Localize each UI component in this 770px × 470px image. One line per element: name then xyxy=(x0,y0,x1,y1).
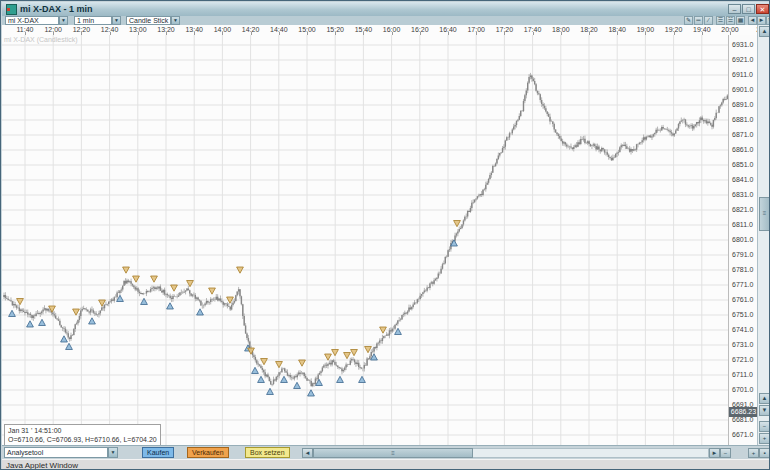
zoom-out-icon[interactable]: − xyxy=(759,421,770,432)
scroll-left-icon[interactable]: ◄ xyxy=(302,448,313,458)
prev-icon[interactable]: ◄ xyxy=(748,16,757,25)
trendline-icon[interactable]: ═ xyxy=(694,16,703,25)
sell-signal-icon[interactable] xyxy=(454,221,461,227)
time-axis-label: 2 xyxy=(742,26,757,33)
chart-type-combobox-value[interactable]: Candle Stick (Kerzen xyxy=(126,16,171,25)
vertical-scrollbar-thumb[interactable] xyxy=(759,197,770,231)
buy-signal-icon[interactable] xyxy=(258,376,265,382)
sell-signal-icon[interactable] xyxy=(209,288,216,294)
sell-signal-icon[interactable] xyxy=(17,299,24,305)
sell-signal-icon[interactable] xyxy=(365,347,372,353)
buy-signal-icon[interactable] xyxy=(197,309,204,315)
candlestick-chart[interactable] xyxy=(2,35,728,445)
scroll-up-icon[interactable]: ▲ xyxy=(759,26,770,37)
chevron-down-icon[interactable]: ▼ xyxy=(171,16,180,25)
horizontal-scrollbar-thumb[interactable]: ≡ xyxy=(313,448,473,458)
buy-signal-icon[interactable] xyxy=(167,303,174,309)
buy-signal-icon[interactable] xyxy=(359,376,366,382)
price-axis-label: 6701.0 xyxy=(732,386,753,394)
buy-signal-icon[interactable] xyxy=(66,343,73,349)
sell-signal-icon[interactable] xyxy=(133,276,140,282)
vertical-scrollbar[interactable]: ▲ ▲ ▼ − + xyxy=(757,25,770,445)
interval-combobox-value[interactable]: 1 min xyxy=(74,16,112,25)
price-axis-label: 6711.0 xyxy=(732,371,753,379)
chevron-down-icon[interactable]: ▼ xyxy=(112,16,121,25)
scroll-up-icon[interactable]: ▲ xyxy=(759,393,770,404)
symbol-combobox[interactable]: mi X-DAX ▼ xyxy=(5,16,69,25)
buy-signal-icon[interactable] xyxy=(89,318,96,324)
buy-signal-icon[interactable] xyxy=(281,376,288,382)
buy-signal-icon[interactable] xyxy=(395,328,402,334)
price-axis-label: 6671.0 xyxy=(732,431,753,439)
trading-app-window: mi X-DAX - 1 min – □ ✕ mi X-DAX ▼ 1 min … xyxy=(0,0,770,470)
buy-signal-icon[interactable] xyxy=(337,376,344,382)
price-axis-label: 6921.0 xyxy=(732,56,753,64)
price-axis-label: 6891.0 xyxy=(732,101,753,109)
sell-signal-icon[interactable] xyxy=(171,285,178,291)
sell-signal-icon[interactable] xyxy=(261,359,268,365)
chevron-down-icon[interactable]: ▼ xyxy=(59,16,68,25)
list-icon[interactable]: ☰ xyxy=(716,16,725,25)
refresh-icon[interactable]: ↻ xyxy=(766,16,770,25)
analyse-tool-combobox[interactable]: Analysetool xyxy=(4,447,108,458)
sell-signal-icon[interactable] xyxy=(351,350,358,356)
buy-button[interactable]: Kaufen xyxy=(142,447,174,458)
ohlc-tooltip: Jan 31 ' 14:51:00 O=6710.66, C=6706.93, … xyxy=(4,424,161,445)
sell-signal-icon[interactable] xyxy=(325,354,332,360)
sell-signal-icon[interactable] xyxy=(299,360,306,366)
bottom-bar: Analysetool ▼ Kaufen Verkaufen Box setze… xyxy=(2,445,770,459)
close-button[interactable]: ✕ xyxy=(756,4,769,14)
current-price-badge: 6686.23 xyxy=(729,407,757,417)
price-axis-label: 6851.0 xyxy=(732,161,753,169)
sell-signal-icon[interactable] xyxy=(332,350,339,356)
buy-signal-icon[interactable] xyxy=(308,390,315,396)
zoom-in-icon[interactable]: + xyxy=(759,433,770,444)
buy-signal-icon[interactable] xyxy=(27,321,34,327)
price-axis-label: 6931.0 xyxy=(732,41,753,49)
scroll-down-icon[interactable]: ▼ xyxy=(759,405,770,416)
price-axis-label: 6741.0 xyxy=(732,326,753,334)
buy-signal-icon[interactable] xyxy=(294,382,301,388)
next-icon[interactable]: ► xyxy=(757,16,766,25)
zoom-out-icon[interactable]: − xyxy=(720,448,731,458)
candle-bodies xyxy=(4,75,727,386)
sell-signal-icon[interactable] xyxy=(73,309,80,315)
interval-combobox[interactable]: 1 min ▼ xyxy=(74,16,122,25)
symbol-combobox-value[interactable]: mi X-DAX xyxy=(5,16,59,25)
price-axis-label: 6761.0 xyxy=(732,296,753,304)
edit-icon[interactable]: ∕ xyxy=(704,16,713,25)
rows-icon[interactable]: ☱ xyxy=(726,16,735,25)
price-axis-label: 6771.0 xyxy=(732,281,753,289)
buy-signal-icon[interactable] xyxy=(252,367,259,373)
buy-signal-icon[interactable] xyxy=(61,336,68,342)
price-axis-label: 6681.0 xyxy=(732,416,753,424)
chevron-down-icon[interactable]: ▼ xyxy=(108,447,118,458)
reset-view-icon[interactable]: ▪ xyxy=(759,448,770,458)
buy-signal-icon[interactable] xyxy=(9,310,16,316)
title-bar[interactable]: mi X-DAX - 1 min – □ ✕ xyxy=(2,2,770,17)
price-axis-label: 6841.0 xyxy=(732,176,753,184)
chart-pane[interactable]: mi X-DAX (Candlestick) Jan 31 ' 14:51:00… xyxy=(2,35,728,445)
buy-signal-icon[interactable] xyxy=(267,388,274,394)
sell-signal-icon[interactable] xyxy=(151,276,158,282)
price-axis-label: 6861.0 xyxy=(732,146,753,154)
price-axis-label: 6751.0 xyxy=(732,311,753,319)
minimize-button[interactable]: – xyxy=(728,4,741,14)
price-axis-label: 6881.0 xyxy=(732,116,753,124)
buy-signal-icon[interactable] xyxy=(39,319,46,325)
price-axis-label: 6791.0 xyxy=(732,251,753,259)
set-box-button[interactable]: Box setzen xyxy=(245,447,290,458)
chart-type-combobox[interactable]: Candle Stick (Kerzen ▼ xyxy=(126,16,180,25)
sell-signal-icon[interactable] xyxy=(187,281,194,287)
buy-signal-icon[interactable] xyxy=(141,298,148,304)
grid-icon[interactable]: ▦ xyxy=(736,16,745,25)
price-axis-label: 6901.0 xyxy=(732,86,753,94)
maximize-button[interactable]: □ xyxy=(742,4,755,14)
price-axis-label: 6831.0 xyxy=(732,191,753,199)
sell-button[interactable]: Verkaufen xyxy=(187,447,229,458)
sell-signal-icon[interactable] xyxy=(344,353,351,359)
scroll-right-icon[interactable]: ► xyxy=(709,448,720,458)
sell-signal-icon[interactable] xyxy=(276,362,283,368)
zoom-in-icon[interactable]: + xyxy=(748,448,759,458)
draw-icon[interactable]: ✎ xyxy=(684,16,693,25)
